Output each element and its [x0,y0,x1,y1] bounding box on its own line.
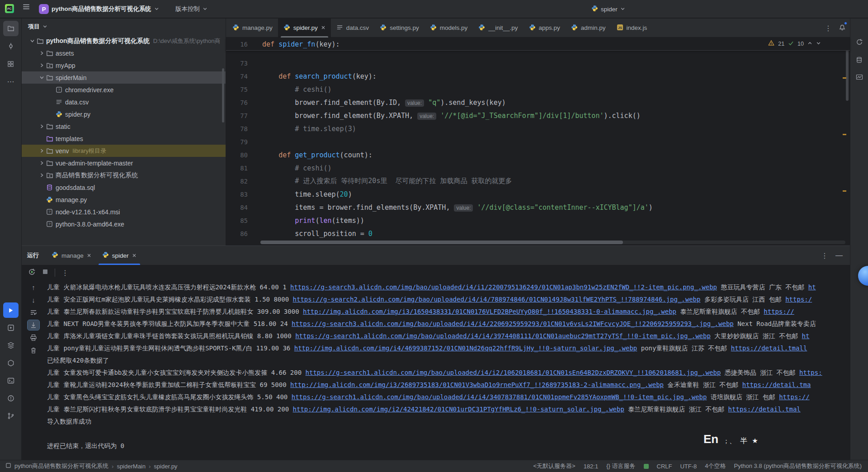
console-link[interactable]: https://detail.tmall [731,345,807,352]
run-tab-spider[interactable]: spider [97,246,142,265]
status-item[interactable]: Python 3.8 (python商品销售数据分析可视化系统) [734,462,862,470]
tree-item-myApp[interactable]: myApp [22,59,226,71]
tree-chevron-icon[interactable] [38,148,46,153]
project-panel-header[interactable]: 项目 [22,19,226,35]
tree-item-chromedriver.exe[interactable]: ?chromedriver.exe [22,84,226,96]
status-item[interactable]: 182:1 [584,463,599,470]
status-item[interactable]: {} 语言服务 [606,462,635,470]
notifications-bell-icon[interactable] [836,21,848,35]
breadcrumb-item[interactable]: spider.py [154,463,177,470]
tree-item-python-3.8.0-amd64.exe[interactable]: ?python-3.8.0-amd64.exe [22,218,226,230]
tree-item-spider.py[interactable]: spider.py [22,108,226,120]
run-toolbar-kebab-icon[interactable]: ⋮ [61,269,69,277]
console-link[interactable]: https:// [779,393,809,401]
tree-chevron-icon[interactable] [38,63,46,68]
soft-wrap-icon[interactable] [28,307,39,317]
tree-chevron-icon[interactable] [38,75,46,80]
console-link[interactable]: http://img.alicdn.com/img/i3/2689735183/… [290,381,664,388]
tree-chevron-icon[interactable] [38,124,46,129]
console-link[interactable]: https://g-search2.alicdn.com/img/bao/upl… [293,296,701,303]
console-link[interactable]: http://img.alicdn.com/img/i2/42421842/01… [293,406,624,413]
console-link[interactable]: https://detail.tmal [728,406,801,413]
editor-tab-__init__.py[interactable]: __init__.py [473,19,523,37]
tree-item-goodsdata.sql[interactable]: goodsdata.sql [22,181,226,194]
tab-list-kebab-icon[interactable]: ⋮ [825,24,832,33]
rerun-icon[interactable] [28,268,36,278]
version-control-toolwindow-icon[interactable] [3,408,19,424]
tree-item-assets[interactable]: assets [22,47,226,59]
breadcrumb-item[interactable]: spiderMain [117,463,146,470]
structure-toolwindow-icon[interactable] [3,56,19,71]
more-toolwindows-icon[interactable]: ⋯ [3,74,19,89]
run-config-selector[interactable]: spider [591,0,625,18]
ai-assistant-icon[interactable] [852,34,867,50]
next-problem-icon[interactable] [816,41,821,47]
terminal-toolwindow-icon[interactable] [3,373,19,388]
code-lines[interactable]: 7374 def search_product(key):75 # ceshi(… [226,51,850,240]
run-panel-options-kebab-icon[interactable]: ⋮ [821,251,828,260]
tree-scrollbar[interactable] [222,68,224,123]
run-tab-manage[interactable]: manage [46,246,97,265]
tree-chevron-icon[interactable] [28,38,37,43]
breadcrumb-item[interactable]: python商品销售数据分析可视化系统 [14,462,108,470]
prev-occurrence-icon[interactable]: ↑ [28,282,39,292]
stop-icon[interactable] [42,269,48,277]
editor-tab-manage.py[interactable]: manage.py [227,19,278,37]
run-panel-hide-icon[interactable]: — [835,251,843,260]
tree-chevron-icon[interactable] [38,160,46,165]
editor-tab-data.csv[interactable]: data.csv [331,19,374,37]
tree-item-vue-admin-template-master[interactable]: vue-admin-template-master [22,157,226,169]
console-link[interactable]: http://img.alicdn.com/img/i3/1650438331/… [303,308,676,315]
ime-widget[interactable]: En ；、 半 ★ [703,432,758,446]
editor-horizontal-scrollbar[interactable] [260,241,845,244]
tree-item-python商品销售数据分析可视化系统[interactable]: python商品销售数据分析可视化系统D:\dev\咸鱼系统\python商 [22,35,226,47]
status-item[interactable]: CRLF [657,463,672,470]
tree-item-spiderMain[interactable]: spiderMain [22,71,226,84]
tree-chevron-icon[interactable] [38,173,46,178]
console-link[interactable]: https://g-search3.alicdn.com/img/bao/upl… [292,320,734,327]
tab-close-icon[interactable] [132,252,137,259]
editor-tab-index.js[interactable]: JSindex.js [611,19,653,37]
vcs-widget[interactable]: 版本控制 [175,0,208,18]
main-menu-burger-icon[interactable] [19,0,33,14]
editor-tab-models.py[interactable]: models.py [425,19,473,37]
editor-tab-apps.py[interactable]: apps.py [524,19,566,37]
tree-item-venv[interactable]: venvlibrary根目录 [22,145,226,157]
status-item[interactable]: <无默认服务器> [533,462,575,470]
python-packages-toolwindow-icon[interactable] [3,338,19,353]
console-link[interactable]: https:/ [785,296,812,303]
console-link[interactable]: https://g-search3.alicdn.com/img/bao/upl… [290,283,717,291]
console-link[interactable]: https://g-search1.alicdn.com/img/bao/upl… [295,332,711,340]
inspections-ok-icon[interactable] [644,464,649,469]
console-link[interactable]: https://detail.tma [742,381,811,388]
breadcrumb[interactable]: python商品销售数据分析可视化系统›spiderMain›spider.py [0,462,177,470]
console-link[interactable]: ht [802,332,810,340]
problems-toolwindow-icon[interactable] [3,391,19,406]
database-toolwindow-icon[interactable] [852,52,867,67]
editor-tab-admin.py[interactable]: admin.py [566,19,611,37]
tree-item-data.csv[interactable]: data.csv [22,96,226,108]
project-toolwindow-icon[interactable] [3,21,19,36]
project-widget[interactable]: P python商品销售数据分析可视化系统 [39,0,159,18]
console-link[interactable]: https://g-search1.alicdn.com/img/bao/upl… [306,369,721,376]
status-item[interactable]: UTF-8 [680,463,697,470]
run-toolwindow-icon[interactable] [3,302,19,318]
commit-toolwindow-icon[interactable] [3,38,19,54]
status-item[interactable]: 4个空格 [705,462,726,470]
tree-chevron-icon[interactable] [38,51,46,56]
prev-problem-icon[interactable] [807,41,812,47]
tree-item-商品销售数据分析可视化系统[interactable]: 商品销售数据分析可视化系统 [22,169,226,181]
next-occurrence-icon[interactable]: ↓ [28,295,39,305]
services-toolwindow-icon[interactable] [3,320,19,335]
console-link[interactable]: http://img.alicdn.com/img/i4/4699387152/… [294,345,637,352]
editor-vertical-scrollbar[interactable] [846,42,849,101]
scroll-to-end-icon[interactable] [28,320,39,330]
tree-item-manage.py[interactable]: manage.py [22,194,226,206]
editor-tab-settings.py[interactable]: settings.py [374,19,425,37]
tree-item-templates[interactable]: templates [22,132,226,145]
print-console-icon[interactable] [28,333,39,343]
tab-close-icon[interactable] [321,24,326,31]
python-console-toolwindow-icon[interactable] [3,355,19,371]
tab-close-icon[interactable] [87,252,91,259]
console-link[interactable]: https: [799,369,822,376]
